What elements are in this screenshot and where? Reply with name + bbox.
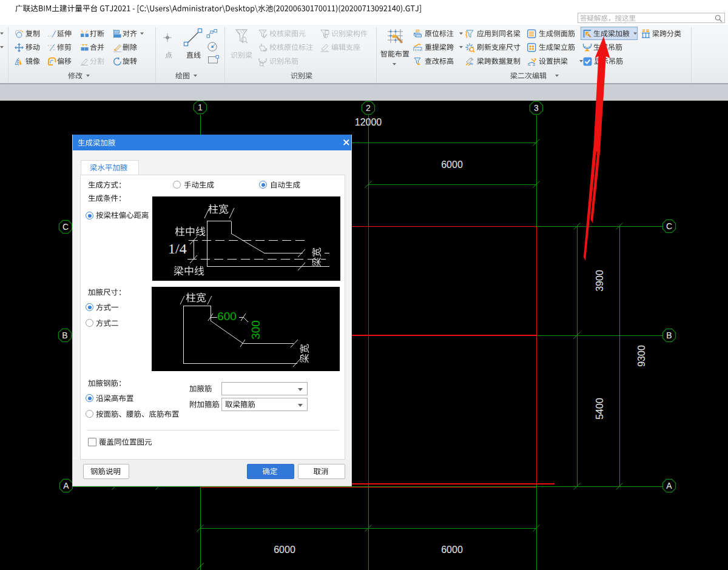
svg-text:3: 3 xyxy=(534,103,539,113)
svg-text:B: B xyxy=(666,330,672,340)
svg-text:9300: 9300 xyxy=(636,345,647,367)
svg-text:3900: 3900 xyxy=(595,270,605,292)
svg-text:C: C xyxy=(62,222,69,232)
svg-text:C: C xyxy=(666,221,672,231)
svg-text:6000: 6000 xyxy=(441,545,463,555)
svg-text:B: B xyxy=(62,330,67,340)
svg-text:5400: 5400 xyxy=(595,398,605,420)
svg-text:12000: 12000 xyxy=(355,117,382,127)
svg-text:600: 600 xyxy=(217,310,237,323)
svg-text:1/4: 1/4 xyxy=(168,241,187,256)
svg-text:A: A xyxy=(63,481,69,491)
svg-text:300: 300 xyxy=(249,320,262,340)
svg-text:A: A xyxy=(666,481,672,491)
svg-text:6000: 6000 xyxy=(274,545,295,555)
svg-text:1: 1 xyxy=(198,102,203,112)
svg-text:2: 2 xyxy=(366,103,371,113)
svg-text:6000: 6000 xyxy=(441,159,463,170)
